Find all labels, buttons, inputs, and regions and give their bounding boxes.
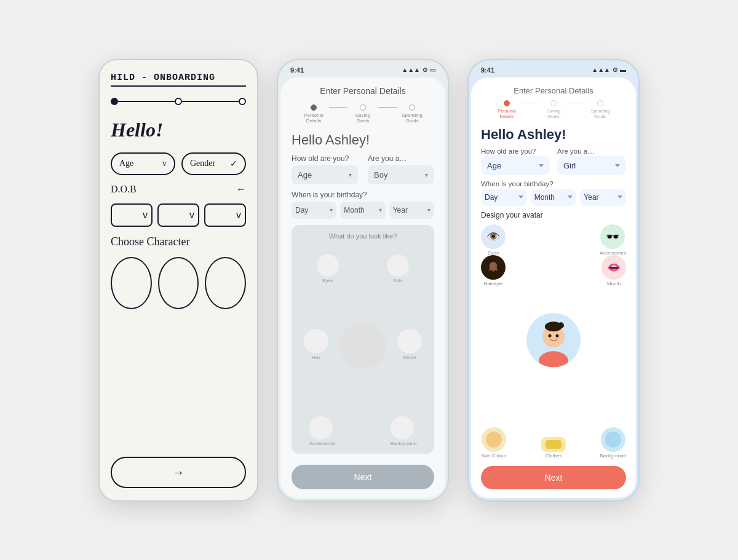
hifi-age-select[interactable]: Age (481, 156, 550, 175)
wire-age-section: How old are you? Age ▾ Are you a… Boy ▾ (292, 154, 434, 184)
wire-step-spending: SpendingGoals (397, 105, 427, 124)
hifi-header: Enter Personal Details (481, 86, 626, 95)
hifi-clothes-icon (541, 437, 566, 452)
hifi-gender-value: Girl (563, 161, 576, 170)
wire-gender-chevron: ▾ (425, 172, 428, 178)
wire-year-select[interactable]: Year ▾ (389, 202, 434, 219)
hifi-hairstyle-icon (481, 255, 506, 280)
hifi-eyes-item[interactable]: 👁️ Eyes (481, 224, 506, 256)
sketch-char-label: Choose Character (111, 235, 246, 248)
hifi-avatar-grid: 👁️ Eyes 🕶️ Accessories Hairstyle (481, 224, 626, 459)
wire-step-dot-2 (360, 105, 366, 111)
hifi-birthday-label: When is your birthday? (481, 180, 626, 187)
sketch-char-2[interactable] (158, 257, 199, 309)
hifi-day-select[interactable]: Day (481, 189, 527, 206)
wireframe-phone: 9:41 ▲▲▲ ⊙ ▭ Enter Personal Details Pers… (277, 59, 449, 502)
wire-gender-select[interactable]: Boy ▾ (368, 165, 434, 184)
main-container: HILD - ONBOARDING Hello! Age v Gender ✓ … (74, 34, 664, 526)
sketch-next-arrow: → (172, 465, 184, 479)
wire-gender-value: Boy (374, 170, 387, 179)
wire-step-label-3: SpendingGoals (397, 112, 427, 124)
wire-step-dot-1 (311, 105, 317, 111)
sketch-hello: Hello! (111, 116, 246, 144)
hifi-month-select[interactable]: Month (531, 189, 577, 206)
sketch-char-row (111, 257, 246, 309)
hifi-step-dot-1 (504, 100, 510, 106)
hifi-year-chevron (617, 195, 622, 199)
hifi-hairstyle-item[interactable]: Hairstyle (481, 255, 506, 286)
wire-age-chevron: ▾ (349, 172, 352, 178)
wire-birthday-row: Day ▾ Month ▾ Year ▾ (292, 202, 434, 219)
wire-year-value: Year (393, 206, 408, 215)
sketch-gender-label: Gender (190, 159, 215, 168)
wire-eyes-item: Eyes (317, 254, 339, 283)
wire-day-select[interactable]: Day ▾ (292, 202, 336, 219)
wire-next-button[interactable]: Next (292, 465, 434, 489)
hifi-skin-colour-item[interactable]: Skin Colour (481, 427, 506, 459)
wire-content: Enter Personal Details PersonalDetails S… (280, 77, 445, 498)
progress-dot-1 (111, 98, 118, 105)
wire-day-chevron: ▾ (330, 207, 333, 213)
sketch-month-chevron: v (189, 210, 194, 221)
sketch-next-button[interactable]: → (111, 457, 246, 488)
progress-dot-3 (239, 98, 246, 105)
wire-month-select[interactable]: Month ▾ (340, 202, 385, 219)
wire-greeting: Hello Ashley! (292, 132, 434, 148)
hifi-gender-question: Are you a… (557, 148, 626, 155)
wire-day-value: Day (295, 206, 308, 215)
hifi-step-personal: PersonalDetails (492, 100, 522, 119)
hifi-clothes-label: Clothes (545, 453, 561, 459)
hifi-signal-icon: ▲▲▲ (592, 66, 610, 73)
hifi-wifi-icon: ⊙ (613, 66, 617, 73)
wire-time: 9:41 (290, 66, 304, 74)
hifi-content: Enter Personal Details PersonalDetails S… (471, 77, 636, 498)
wire-skin-item: Skin (387, 254, 409, 283)
sketch-day-chevron: v (143, 210, 148, 221)
sketch-month-box[interactable]: v (157, 203, 199, 227)
hifi-year-select[interactable]: Year (580, 189, 626, 206)
sketch-day-box[interactable]: v (111, 203, 153, 227)
hifi-skin-colour-icon (482, 427, 506, 452)
wire-birthday-label: When is your birthday? (292, 191, 434, 199)
hifi-background-item[interactable]: Background (600, 427, 626, 459)
hifi-birthday-row: Day Month Year (481, 189, 626, 206)
hifi-eyes-icon: 👁️ (481, 224, 506, 249)
wire-avatar-grid: Eyes Skin Hair Mouth (299, 245, 427, 446)
hifi-mouth-item[interactable]: 👄 Mouth (601, 255, 626, 286)
hifi-step-line-2 (568, 103, 585, 104)
sketch-age-chevron: v (162, 159, 167, 168)
hifi-clothes-item[interactable]: Clothes (541, 437, 566, 459)
wire-battery-icon: ▭ (430, 66, 435, 73)
hifi-year-value: Year (584, 193, 598, 202)
sketch-age-dropdown[interactable]: Age v (111, 152, 175, 175)
hifi-accessories-item[interactable]: 🕶️ Accessories (600, 224, 626, 256)
wire-month-value: Month (344, 206, 364, 215)
sketch-dob-text: D.O.B (111, 184, 137, 195)
svg-point-4 (558, 322, 564, 328)
hifi-accessories-icon: 🕶️ (600, 224, 625, 249)
sketch-char-1[interactable] (111, 257, 152, 309)
hifi-mouth-icon: 👄 (601, 255, 626, 280)
sketch-gender-dropdown[interactable]: Gender ✓ (181, 152, 246, 175)
hifi-step-saving: SavingGoals (539, 100, 568, 119)
hifi-main-avatar (526, 313, 581, 367)
sketch-dob-label: D.O.B ← (111, 184, 246, 195)
sketch-year-box[interactable]: v (204, 203, 246, 227)
wire-avatar-label: What do you look like? (329, 232, 397, 240)
wire-age-select[interactable]: Age ▾ (292, 165, 358, 184)
wire-background-item: Background (391, 416, 417, 446)
hifi-age-section: How old are you? Age Are you a… Girl (481, 148, 626, 175)
wire-signal-icon: ▲▲▲ (402, 66, 420, 73)
sketch-phone: HILD - ONBOARDING Hello! Age v Gender ✓ … (98, 59, 258, 502)
sketch-dob-arrow: ← (236, 184, 246, 195)
wire-accessories-item: Accessories (309, 416, 336, 446)
wire-wifi-icon: ⊙ (423, 66, 427, 73)
hifi-mouth-label: Mouth (607, 281, 621, 286)
hifi-gender-select[interactable]: Girl (557, 156, 626, 175)
sketch-char-3[interactable] (205, 257, 246, 309)
wire-header: Enter Personal Details (292, 86, 434, 96)
hifi-step-dot-3 (597, 100, 603, 106)
hifi-step-label-1: PersonalDetails (492, 108, 522, 119)
wire-birthday-section: When is your birthday? Day ▾ Month ▾ Yea… (292, 191, 434, 219)
hifi-next-button[interactable]: Next (481, 466, 626, 489)
